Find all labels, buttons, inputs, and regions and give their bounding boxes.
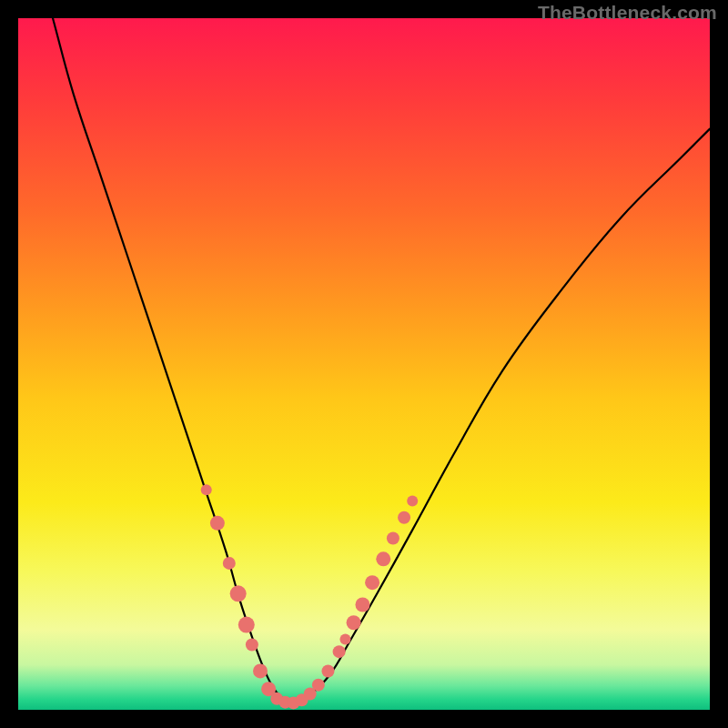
- marker-dot: [246, 639, 258, 652]
- marker-dot: [321, 664, 334, 677]
- marker-dot: [230, 585, 247, 602]
- marker-dot: [398, 511, 410, 524]
- marker-dot: [347, 615, 361, 630]
- marker-dot: [253, 663, 268, 678]
- watermark-text: TheBottleneck.com: [538, 2, 717, 24]
- marker-dot: [387, 532, 399, 545]
- stage: TheBottleneck.com: [0, 0, 728, 728]
- marker-dot: [312, 679, 325, 692]
- marker-dot: [407, 495, 418, 506]
- marker-dot: [223, 557, 236, 570]
- marker-dot: [210, 516, 225, 531]
- marker-dot: [333, 645, 346, 658]
- chart-plot: [18, 18, 710, 710]
- marker-dot: [238, 617, 255, 633]
- marker-dot: [201, 484, 212, 495]
- marker-dot: [376, 551, 390, 566]
- marker-dot: [365, 575, 379, 590]
- marker-dot: [339, 633, 350, 644]
- marker-dot: [355, 597, 369, 612]
